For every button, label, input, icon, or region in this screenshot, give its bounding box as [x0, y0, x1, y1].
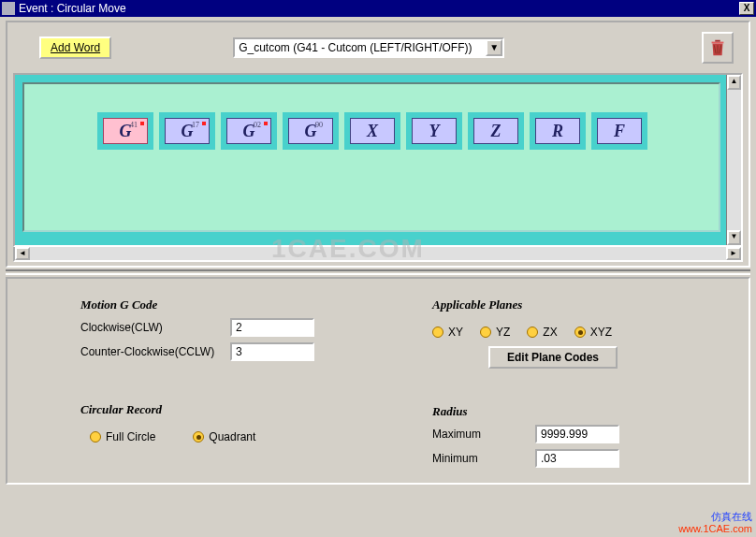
dropdown-arrow-icon[interactable]: ▼ [486, 39, 502, 56]
app-icon [2, 2, 15, 15]
token-g17[interactable]: G17 [165, 118, 210, 144]
token-y[interactable]: Y [412, 118, 457, 144]
circular-radio-full-circle[interactable]: Full Circle [90, 430, 155, 443]
token-f[interactable]: F [597, 118, 642, 144]
word-dropdown[interactable]: ▼ [233, 37, 504, 58]
circular-options: Full CircleQuadrant [80, 423, 346, 447]
ccw-label: Counter-Clockwise(CCLW) [80, 345, 230, 358]
cw-input[interactable] [230, 318, 314, 337]
circular-record-group: Circular Record Full CircleQuadrant [64, 393, 359, 457]
delete-button[interactable] [702, 32, 734, 64]
token-g90[interactable]: G90 [288, 118, 333, 144]
planes-group: Applicable Planes XYYZZXXYZ Edit Plane C… [415, 288, 711, 378]
plane-radio-xyz[interactable]: XYZ [574, 326, 612, 339]
token-r[interactable]: R [535, 118, 580, 144]
scroll-left-icon[interactable]: ◄ [15, 247, 30, 260]
planes-legend: Applicable Planes [432, 298, 698, 312]
min-input[interactable] [535, 449, 619, 468]
corner-line2: www.1CAE.com [678, 523, 752, 535]
window-title: Event : Circular Move [19, 2, 739, 15]
edit-plane-codes-button[interactable]: Edit Plane Codes [488, 346, 618, 369]
upper-frame: Add Word ▼ G41G17G02G90XYZRF ▲ ▼ ◄ ► [6, 21, 750, 268]
scroll-down-icon[interactable]: ▼ [727, 230, 741, 245]
ccw-input[interactable] [230, 342, 314, 361]
radius-legend: Radius [432, 404, 698, 419]
lower-frame: Motion G Code Clockwise(CLW) Counter-Clo… [6, 277, 750, 485]
circular-radio-quadrant[interactable]: Quadrant [193, 430, 255, 443]
token-z[interactable]: Z [473, 118, 518, 144]
motion-gcode-group: Motion G Code Clockwise(CLW) Counter-Clo… [64, 288, 359, 376]
word-dropdown-input[interactable] [235, 39, 486, 56]
hscroll-track[interactable] [30, 247, 726, 260]
titlebar: Event : Circular Move X [0, 0, 756, 17]
token-g41[interactable]: G41 [103, 118, 148, 144]
vertical-scrollbar[interactable]: ▲ ▼ [726, 75, 741, 245]
circular-legend: Circular Record [80, 402, 346, 417]
motion-legend: Motion G Code [80, 298, 346, 312]
toolbar: Add Word ▼ [13, 28, 743, 73]
plane-radio-yz[interactable]: YZ [480, 326, 510, 339]
scroll-right-icon[interactable]: ► [726, 247, 741, 260]
corner-line1: 仿真在线 [678, 511, 752, 523]
min-label: Minimum [432, 452, 535, 465]
max-label: Maximum [432, 428, 535, 441]
close-button[interactable]: X [739, 2, 754, 15]
token-row: G41G17G02G90XYZRF [32, 112, 711, 150]
horizontal-scrollbar[interactable]: ◄ ► [13, 247, 743, 262]
scroll-up-icon[interactable]: ▲ [727, 75, 741, 90]
cw-label: Clockwise(CLW) [80, 321, 230, 334]
vscroll-track[interactable] [727, 90, 741, 230]
add-word-button[interactable]: Add Word [39, 36, 111, 59]
token-panel: G41G17G02G90XYZRF [22, 82, 720, 232]
token-x[interactable]: X [350, 118, 395, 144]
plane-radio-xy[interactable]: XY [432, 326, 463, 339]
pane-divider[interactable] [6, 269, 750, 275]
max-input[interactable] [535, 425, 619, 443]
radius-group: Radius Maximum Minimum [415, 395, 711, 483]
planes-options: XYYZZXXYZ [432, 318, 698, 346]
token-g02[interactable]: G02 [226, 118, 271, 144]
trash-icon [707, 37, 728, 58]
token-canvas: G41G17G02G90XYZRF ▲ ▼ [13, 73, 743, 247]
plane-radio-zx[interactable]: ZX [527, 326, 557, 339]
corner-watermark: 仿真在线 www.1CAE.com [678, 511, 752, 535]
